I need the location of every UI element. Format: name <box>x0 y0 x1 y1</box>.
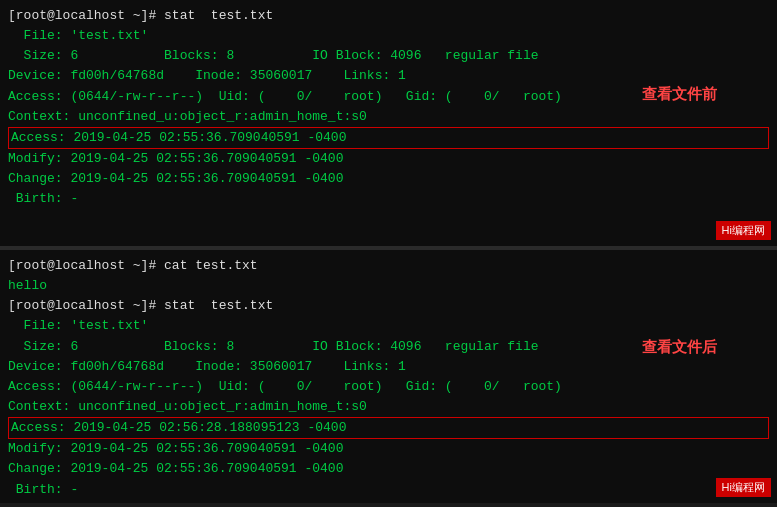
terminal-bottom: [root@localhost ~]# cat test.txthello[ro… <box>0 250 777 503</box>
terminal-bottom-lines: [root@localhost ~]# cat test.txthello[ro… <box>8 256 769 500</box>
watermark-bottom: Hi编程网 <box>716 478 771 497</box>
terminal-top: [root@localhost ~]# stat test.txt File: … <box>0 0 777 250</box>
terminal-line: Device: fd00h/64768d Inode: 35060017 Lin… <box>8 357 769 377</box>
terminal-line: [root@localhost ~]# stat test.txt <box>8 6 769 26</box>
terminal-line: Size: 6 Blocks: 8 IO Block: 4096 regular… <box>8 46 769 66</box>
terminal-line: Context: unconfined_u:object_r:admin_hom… <box>8 397 769 417</box>
terminal-line: File: 'test.txt' <box>8 316 769 336</box>
terminal-line: [root@localhost ~]# cat test.txt <box>8 256 769 276</box>
terminal-line: Modify: 2019-04-25 02:55:36.709040591 -0… <box>8 439 769 459</box>
terminal-line: Access: 2019-04-25 02:56:28.188095123 -0… <box>8 417 769 439</box>
terminal-line: Context: unconfined_u:object_r:admin_hom… <box>8 107 769 127</box>
terminal-line: Change: 2019-04-25 02:55:36.709040591 -0… <box>8 459 769 479</box>
terminal-line: Access: (0644/-rw-r--r--) Uid: ( 0/ root… <box>8 377 769 397</box>
terminal-top-lines: [root@localhost ~]# stat test.txt File: … <box>8 6 769 209</box>
terminal-line: Access: 2019-04-25 02:55:36.709040591 -0… <box>8 127 769 149</box>
watermark-top: Hi编程网 <box>716 221 771 240</box>
terminal-line: Change: 2019-04-25 02:55:36.709040591 -0… <box>8 169 769 189</box>
annotation-after: 查看文件后 <box>642 338 717 357</box>
terminal-line: Modify: 2019-04-25 02:55:36.709040591 -0… <box>8 149 769 169</box>
terminal-line: hello <box>8 276 769 296</box>
terminal-line: Birth: - <box>8 480 769 500</box>
terminal-line: Device: fd00h/64768d Inode: 35060017 Lin… <box>8 66 769 86</box>
terminal-line: [root@localhost ~]# stat test.txt <box>8 296 769 316</box>
annotation-before: 查看文件前 <box>642 85 717 104</box>
terminal-line: File: 'test.txt' <box>8 26 769 46</box>
terminal-line: Birth: - <box>8 189 769 209</box>
